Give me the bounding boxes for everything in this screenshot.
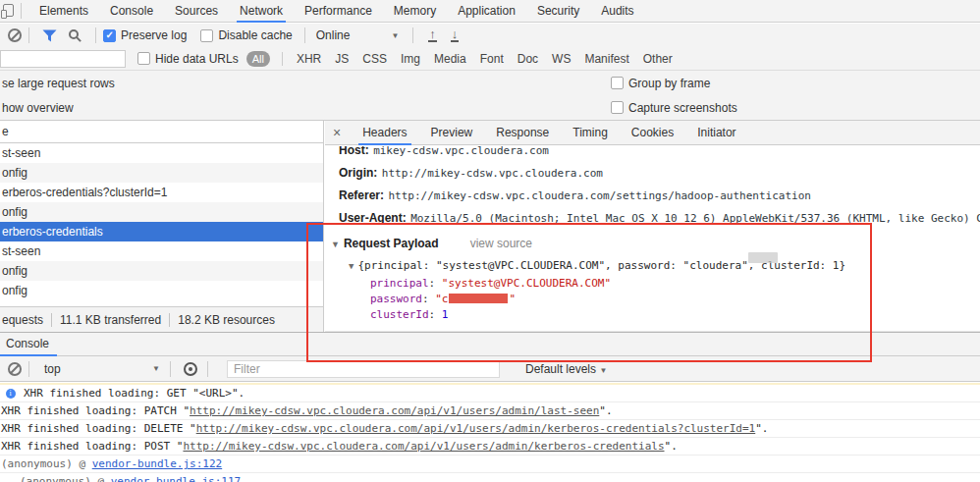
clear-console-icon[interactable] [8,362,22,376]
header-name: Origin: [339,166,377,180]
header-name: User-Agent: [339,211,407,225]
filter-type-xhr[interactable]: XHR [297,52,321,66]
console-drawer: Console top ▼ Default levels ▼ XHR finis… [0,332,980,482]
use-large-rows-label: se large request rows [2,77,115,90]
payload-password-row: password: "c" [325,292,980,307]
console-message: XHR finished loading: GET "<URL>". [0,385,980,402]
console-message: XHR finished loading: PATCH "http://mike… [0,402,980,420]
request-row[interactable]: onfig [0,163,323,183]
tab-sources[interactable]: Sources [164,0,229,23]
filter-type-doc[interactable]: Doc [517,52,538,66]
throttling-select[interactable]: Online [316,28,351,42]
filter-type-img[interactable]: Img [401,52,420,66]
name-column-header[interactable]: e [0,121,323,143]
context-selector[interactable]: top ▼ [44,362,160,376]
detail-tab-headers[interactable]: Headers [351,121,418,145]
log-levels-select[interactable]: Default levels ▼ [525,362,607,376]
payload-principal-row: principal: "systest@VPC.CLOUDERA.COM" [325,276,980,292]
request-row[interactable]: erberos-credentials?clusterId=1 [0,183,323,202]
preserve-log-checkbox[interactable] [103,29,116,42]
header-name: Host: [339,146,369,157]
hide-data-urls-label: Hide data URLs [155,52,239,66]
filter-type-font[interactable]: Font [480,52,504,66]
detail-tab-response[interactable]: Response [484,121,561,145]
tab-performance[interactable]: Performance [294,0,383,23]
divider [304,27,305,43]
divider [51,313,52,327]
header-line: Referer: http://mikey-cdsw.vpc.cloudera.… [325,183,980,205]
view-source-link[interactable]: view source [470,237,532,250]
filter-icon[interactable] [42,29,57,42]
devtools-window: Elements Console Sources Network Perform… [0,0,980,482]
group-by-frame-checkbox[interactable] [611,77,624,89]
clear-icon[interactable] [8,28,22,42]
tab-elements[interactable]: Elements [28,0,99,23]
filter-type-all[interactable]: All [246,51,270,67]
console-toolbar: top ▼ Default levels ▼ [0,356,980,382]
filter-type-media[interactable]: Media [434,52,466,66]
export-har-icon[interactable]: ↓ [451,28,460,42]
disable-cache-label: Disable cache [218,28,292,42]
tab-audits[interactable]: Audits [590,0,644,23]
detail-tab-initiator[interactable]: Initiator [685,121,747,145]
expand-triangle-icon[interactable]: ▼ [349,261,354,271]
info-icon [6,389,16,399]
detail-tab-preview[interactable]: Preview [419,121,485,145]
filter-type-js[interactable]: JS [335,52,349,66]
close-icon[interactable]: × [325,125,351,140]
request-row[interactable]: st-seen [0,143,323,163]
filter-type-css[interactable]: CSS [362,52,387,66]
network-filter-row: Hide data URLs All XHR JS CSS Img Media … [0,47,980,71]
request-row[interactable]: st-seen [0,241,323,261]
source-link[interactable]: vendor-bundle.js:117 [111,475,241,482]
chevron-down-icon: ▼ [152,364,160,373]
network-filter-input[interactable] [0,50,126,68]
console-drawer-tab[interactable]: Console [0,333,61,355]
divider [169,313,170,327]
header-line: Host: mikey-cdsw.vpc.cloudera.com [325,146,980,160]
hide-data-urls-checkbox[interactable] [137,52,150,65]
request-row[interactable]: onfig [0,281,323,300]
disable-cache-checkbox[interactable] [200,29,213,42]
url-link[interactable]: http://mikey-cdsw.vpc.cloudera.com/api/v… [190,404,599,417]
divider [412,27,413,43]
search-icon[interactable] [69,29,79,39]
header-value: http://mikey-cdsw.vpc.cloudera.com/setti… [388,189,810,202]
divider [282,52,283,66]
filter-type-other[interactable]: Other [643,52,673,66]
divider [170,361,171,377]
detail-tab-cookies[interactable]: Cookies [620,121,685,145]
source-link[interactable]: vendor-bundle.js:122 [92,457,222,470]
url-link[interactable]: http://mikey-cdsw.vpc.cloudera.com/api/v… [196,422,756,435]
url-link[interactable]: http://mikey-cdsw.vpc.cloudera.com/api/v… [183,440,664,453]
tab-memory[interactable]: Memory [383,0,447,23]
tab-console[interactable]: Console [99,0,164,23]
tab-network[interactable]: Network [229,0,294,23]
console-message: XHR finished loading: POST "http://mikey… [0,438,980,455]
filter-type-manifest[interactable]: Manifest [584,52,628,66]
payload-clusterid-row: clusterId: 1 [325,307,980,323]
import-har-icon[interactable]: ↑ [428,28,437,42]
detail-tab-timing[interactable]: Timing [561,121,620,145]
context-value: top [44,362,61,376]
preserve-log-label: Preserve log [121,28,187,42]
request-row[interactable]: onfig [0,261,323,281]
request-row[interactable]: onfig [0,202,323,222]
divider [95,27,96,43]
show-overview-label: how overview [2,101,74,115]
device-toolbar-icon[interactable] [1,4,14,19]
chevron-down-icon[interactable]: ▼ [391,31,399,40]
header-line: User-Agent: Mozilla/5.0 (Macintosh; Inte… [325,205,980,228]
console-stack-frame: (anonymous) @ vendor-bundle.js:122 [0,455,980,473]
filter-type-ws[interactable]: WS [552,52,571,66]
request-row-selected[interactable]: erberos-credentials [0,222,323,241]
console-filter-input[interactable] [227,360,500,378]
expand-triangle-icon[interactable]: ▼ [331,240,340,249]
redaction-smudge [748,252,778,263]
eye-icon[interactable] [184,362,197,376]
tab-application[interactable]: Application [447,0,526,23]
tab-security[interactable]: Security [526,0,590,23]
capture-screenshots-checkbox[interactable] [611,101,624,114]
detail-tabbar: × Headers Preview Response Timing Cookie… [325,121,980,145]
divider [28,27,29,43]
